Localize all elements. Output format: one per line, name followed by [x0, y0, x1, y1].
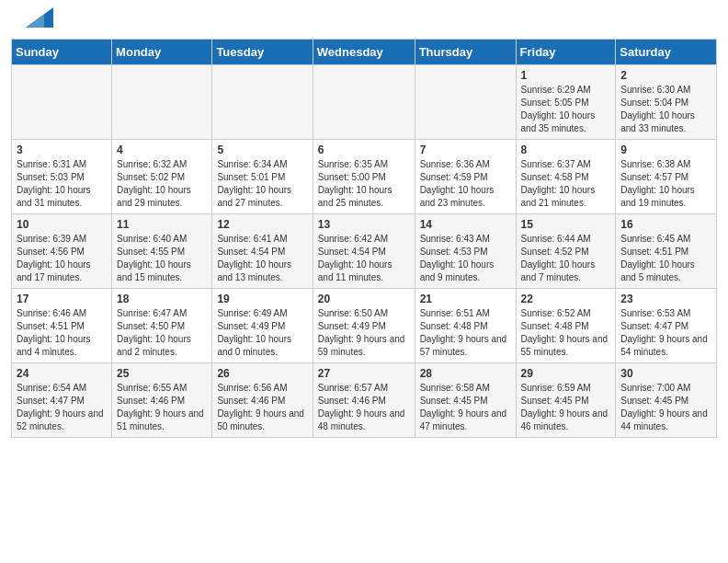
header-monday: Monday — [112, 40, 212, 65]
header-thursday: Thursday — [415, 40, 516, 65]
day-info: Sunrise: 6:57 AMSunset: 4:46 PMDaylight:… — [318, 382, 410, 433]
week-row-2: 3Sunrise: 6:31 AMSunset: 5:03 PMDaylight… — [12, 140, 717, 214]
calendar-cell: 30Sunrise: 7:00 AMSunset: 4:45 PMDayligh… — [616, 363, 717, 438]
day-info: Sunrise: 6:54 AMSunset: 4:47 PMDaylight:… — [17, 382, 107, 433]
day-number: 24 — [17, 367, 107, 380]
header-wednesday: Wednesday — [313, 40, 415, 65]
calendar-cell: 4Sunrise: 6:32 AMSunset: 5:02 PMDaylight… — [112, 140, 212, 214]
calendar-cell: 15Sunrise: 6:44 AMSunset: 4:52 PMDayligh… — [516, 214, 616, 289]
calendar-cell: 28Sunrise: 6:58 AMSunset: 4:45 PMDayligh… — [415, 363, 516, 438]
calendar-cell: 8Sunrise: 6:37 AMSunset: 4:58 PMDaylight… — [516, 140, 616, 214]
day-info: Sunrise: 6:41 AMSunset: 4:54 PMDaylight:… — [217, 233, 307, 284]
calendar-cell: 12Sunrise: 6:41 AMSunset: 4:54 PMDayligh… — [212, 214, 313, 289]
day-number: 18 — [117, 293, 207, 305]
day-info: Sunrise: 6:49 AMSunset: 4:49 PMDaylight:… — [217, 307, 307, 359]
day-number: 9 — [620, 144, 711, 156]
calendar-body: 1Sunrise: 6:29 AMSunset: 5:05 PMDaylight… — [12, 65, 717, 438]
calendar-cell: 26Sunrise: 6:56 AMSunset: 4:46 PMDayligh… — [212, 363, 313, 438]
week-row-5: 24Sunrise: 6:54 AMSunset: 4:47 PMDayligh… — [12, 363, 717, 438]
calendar-cell: 29Sunrise: 6:59 AMSunset: 4:45 PMDayligh… — [516, 363, 616, 438]
day-number: 19 — [217, 293, 307, 305]
day-info: Sunrise: 6:56 AMSunset: 4:46 PMDaylight:… — [217, 382, 307, 433]
calendar-cell: 23Sunrise: 6:53 AMSunset: 4:47 PMDayligh… — [616, 289, 717, 363]
day-info: Sunrise: 7:00 AMSunset: 4:45 PMDaylight:… — [620, 382, 711, 433]
day-number: 15 — [521, 218, 611, 231]
calendar-cell — [212, 65, 313, 140]
calendar-cell: 9Sunrise: 6:38 AMSunset: 4:57 PMDaylight… — [616, 140, 717, 214]
day-number: 14 — [420, 218, 511, 231]
calendar-cell: 3Sunrise: 6:31 AMSunset: 5:03 PMDaylight… — [12, 140, 112, 214]
day-info: Sunrise: 6:37 AMSunset: 4:58 PMDaylight:… — [521, 158, 611, 210]
calendar-cell: 21Sunrise: 6:51 AMSunset: 4:48 PMDayligh… — [415, 289, 516, 363]
week-row-3: 10Sunrise: 6:39 AMSunset: 4:56 PMDayligh… — [12, 214, 717, 289]
calendar-cell — [415, 65, 516, 140]
day-info: Sunrise: 6:31 AMSunset: 5:03 PMDaylight:… — [17, 158, 107, 210]
day-info: Sunrise: 6:50 AMSunset: 4:49 PMDaylight:… — [318, 307, 410, 359]
day-number: 3 — [17, 144, 107, 156]
day-number: 22 — [521, 293, 611, 305]
day-number: 16 — [620, 218, 711, 231]
calendar-cell: 7Sunrise: 6:36 AMSunset: 4:59 PMDaylight… — [415, 140, 516, 214]
calendar-cell: 2Sunrise: 6:30 AMSunset: 5:04 PMDaylight… — [616, 65, 717, 140]
logo — [22, 17, 53, 31]
calendar-cell — [313, 65, 415, 140]
calendar-cell: 14Sunrise: 6:43 AMSunset: 4:53 PMDayligh… — [415, 214, 516, 289]
calendar-cell: 18Sunrise: 6:47 AMSunset: 4:50 PMDayligh… — [112, 289, 212, 363]
calendar-cell: 25Sunrise: 6:55 AMSunset: 4:46 PMDayligh… — [112, 363, 212, 438]
calendar-cell: 17Sunrise: 6:46 AMSunset: 4:51 PMDayligh… — [12, 289, 112, 363]
calendar-cell: 16Sunrise: 6:45 AMSunset: 4:51 PMDayligh… — [616, 214, 717, 289]
day-number: 28 — [420, 367, 511, 380]
calendar-cell — [112, 65, 212, 140]
day-info: Sunrise: 6:40 AMSunset: 4:55 PMDaylight:… — [117, 233, 207, 284]
day-info: Sunrise: 6:53 AMSunset: 4:47 PMDaylight:… — [620, 307, 711, 359]
day-number: 11 — [117, 218, 207, 231]
day-number: 2 — [620, 69, 711, 82]
day-info: Sunrise: 6:51 AMSunset: 4:48 PMDaylight:… — [420, 307, 511, 359]
calendar-header-row: SundayMondayTuesdayWednesdayThursdayFrid… — [12, 40, 717, 65]
day-number: 29 — [521, 367, 611, 380]
header-tuesday: Tuesday — [212, 40, 313, 65]
calendar-wrapper: SundayMondayTuesdayWednesdayThursdayFrid… — [0, 39, 728, 449]
day-number: 25 — [117, 367, 207, 380]
page-header — [0, 0, 728, 39]
calendar-cell: 20Sunrise: 6:50 AMSunset: 4:49 PMDayligh… — [313, 289, 415, 363]
calendar-cell: 19Sunrise: 6:49 AMSunset: 4:49 PMDayligh… — [212, 289, 313, 363]
logo-icon — [26, 7, 53, 28]
calendar-cell: 24Sunrise: 6:54 AMSunset: 4:47 PMDayligh… — [12, 363, 112, 438]
calendar-cell — [12, 65, 112, 140]
calendar-cell: 13Sunrise: 6:42 AMSunset: 4:54 PMDayligh… — [313, 214, 415, 289]
day-info: Sunrise: 6:47 AMSunset: 4:50 PMDaylight:… — [117, 307, 207, 359]
day-info: Sunrise: 6:45 AMSunset: 4:51 PMDaylight:… — [620, 233, 711, 284]
header-friday: Friday — [516, 40, 616, 65]
day-number: 8 — [521, 144, 611, 156]
day-number: 12 — [217, 218, 307, 231]
calendar-cell: 5Sunrise: 6:34 AMSunset: 5:01 PMDaylight… — [212, 140, 313, 214]
day-number: 6 — [318, 144, 410, 156]
calendar-cell: 1Sunrise: 6:29 AMSunset: 5:05 PMDaylight… — [516, 65, 616, 140]
day-number: 1 — [521, 69, 611, 82]
day-number: 4 — [117, 144, 207, 156]
header-saturday: Saturday — [616, 40, 717, 65]
day-info: Sunrise: 6:35 AMSunset: 5:00 PMDaylight:… — [318, 158, 410, 210]
day-info: Sunrise: 6:46 AMSunset: 4:51 PMDaylight:… — [17, 307, 107, 359]
calendar-cell: 6Sunrise: 6:35 AMSunset: 5:00 PMDaylight… — [313, 140, 415, 214]
day-number: 7 — [420, 144, 511, 156]
week-row-1: 1Sunrise: 6:29 AMSunset: 5:05 PMDaylight… — [12, 65, 717, 140]
day-info: Sunrise: 6:38 AMSunset: 4:57 PMDaylight:… — [620, 158, 711, 210]
day-number: 10 — [17, 218, 107, 231]
day-number: 27 — [318, 367, 410, 380]
day-number: 20 — [318, 293, 410, 305]
day-number: 23 — [620, 293, 711, 305]
day-info: Sunrise: 6:29 AMSunset: 5:05 PMDaylight:… — [521, 84, 611, 135]
day-number: 30 — [620, 367, 711, 380]
day-number: 17 — [17, 293, 107, 305]
day-info: Sunrise: 6:52 AMSunset: 4:48 PMDaylight:… — [521, 307, 611, 359]
calendar-cell: 10Sunrise: 6:39 AMSunset: 4:56 PMDayligh… — [12, 214, 112, 289]
day-info: Sunrise: 6:30 AMSunset: 5:04 PMDaylight:… — [620, 84, 711, 135]
day-number: 21 — [420, 293, 511, 305]
day-info: Sunrise: 6:55 AMSunset: 4:46 PMDaylight:… — [117, 382, 207, 433]
day-info: Sunrise: 6:59 AMSunset: 4:45 PMDaylight:… — [521, 382, 611, 433]
header-sunday: Sunday — [12, 40, 112, 65]
calendar-cell: 11Sunrise: 6:40 AMSunset: 4:55 PMDayligh… — [112, 214, 212, 289]
day-number: 13 — [318, 218, 410, 231]
